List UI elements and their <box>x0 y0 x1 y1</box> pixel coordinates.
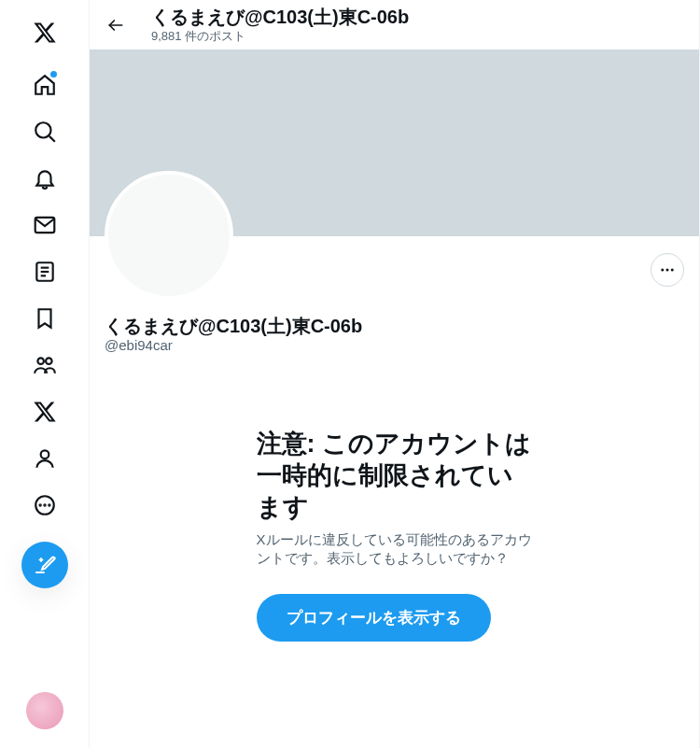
profile-header: くるまえび@C103(土)東C-06b @ebi94car <box>90 236 699 353</box>
nav-lists[interactable] <box>21 248 68 295</box>
svg-point-15 <box>666 269 669 272</box>
nav-messages[interactable] <box>21 202 68 248</box>
nav-home[interactable] <box>21 62 68 108</box>
svg-point-13 <box>49 504 49 505</box>
main-column: くるまえび@C103(土)東C-06b 9,881 件のポスト くるまえび@C1… <box>89 0 700 748</box>
nav-bookmarks[interactable] <box>21 295 68 342</box>
svg-point-14 <box>661 269 664 272</box>
back-button[interactable] <box>99 8 133 42</box>
svg-point-16 <box>671 269 674 272</box>
warning-body: Xルールに違反している可能性のあるアカウントです。表示してもよろしいですか？ <box>257 530 533 568</box>
svg-point-9 <box>40 450 49 459</box>
home-notification-dot <box>50 71 57 78</box>
account-switcher[interactable] <box>26 692 63 729</box>
nav-notifications[interactable] <box>21 155 68 202</box>
svg-point-8 <box>46 358 52 364</box>
svg-point-0 <box>35 122 50 137</box>
show-profile-button[interactable]: プロフィールを表示する <box>257 594 491 642</box>
nav-explore[interactable] <box>21 108 68 155</box>
nav-premium[interactable] <box>21 388 68 435</box>
svg-point-11 <box>39 504 40 505</box>
topbar: くるまえび@C103(土)東C-06b 9,881 件のポスト <box>90 0 699 49</box>
topbar-title: くるまえび@C103(土)東C-06b <box>151 6 409 28</box>
profile-handle: @ebi94car <box>105 337 684 353</box>
nav-communities[interactable] <box>21 342 68 388</box>
nav-profile[interactable] <box>21 435 68 482</box>
svg-point-12 <box>44 504 45 505</box>
warning-title: 注意: このアカウントは一時的に制限されています <box>257 428 533 523</box>
nav-more[interactable] <box>21 482 68 529</box>
svg-line-1 <box>49 136 54 142</box>
svg-point-7 <box>37 358 44 364</box>
sidebar <box>0 0 89 748</box>
topbar-post-count: 9,881 件のポスト <box>151 28 409 45</box>
x-logo[interactable] <box>21 9 68 56</box>
compose-button[interactable] <box>21 542 68 588</box>
profile-display-name: くるまえび@C103(土)東C-06b <box>105 315 684 337</box>
profile-more-button[interactable] <box>651 253 684 287</box>
profile-avatar[interactable] <box>105 171 233 300</box>
restricted-warning: 注意: このアカウントは一時的に制限されています Xルールに違反している可能性の… <box>227 428 563 642</box>
